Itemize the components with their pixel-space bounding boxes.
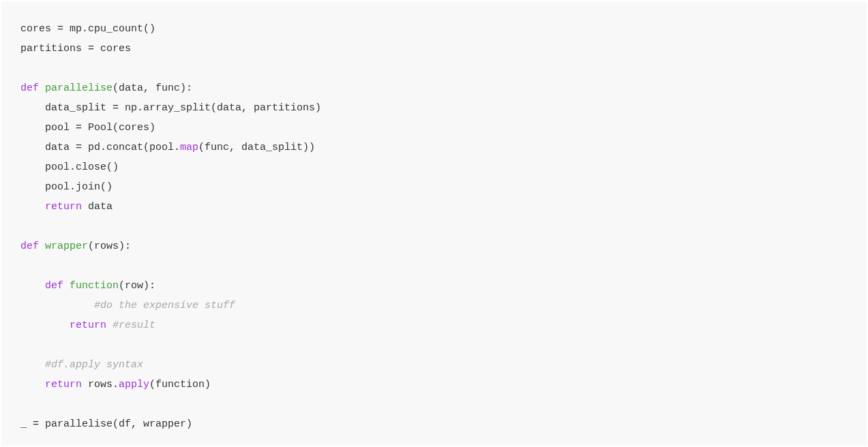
code-line: #do the expensive stuff [20,300,235,311]
comment: #do the expensive stuff [94,300,235,311]
code-line: return rows.apply(function) [20,379,211,390]
code-block: cores = mp.cpu_count() partitions = core… [1,1,867,446]
comment: #df.apply syntax [45,359,143,371]
code-line: pool.close() [20,161,119,173]
function-name: wrapper [45,241,88,252]
code-line: #df.apply syntax [20,359,143,371]
keyword-return: return [70,320,106,331]
keyword-def: def [20,241,39,252]
code-line: data_split = np.array_split(data, partit… [20,102,321,114]
keyword-def: def [20,82,39,94]
method-apply: apply [119,379,149,390]
keyword-def: def [45,280,63,292]
keyword-return: return [45,379,82,390]
code-line: _ = parallelise(df, wrapper) [20,418,192,430]
function-name: function [70,280,119,292]
code-line: def wrapper(rows): [20,241,131,252]
code-line: return #result [20,320,155,331]
code-line: return data [20,201,113,213]
keyword-return: return [45,201,82,213]
code-line: data = pd.concat(pool.map(func, data_spl… [20,142,315,153]
code-line: pool.join() [20,181,113,193]
comment: #result [113,320,155,331]
code-line: cores = mp.cpu_count() [20,23,155,35]
code-line: def parallelise(data, func): [20,82,192,94]
code-line: def function(row): [20,280,155,292]
method-map: map [180,142,198,153]
function-name: parallelise [45,82,113,94]
code-line: partitions = cores [20,43,131,55]
code-line: pool = Pool(cores) [20,122,155,134]
